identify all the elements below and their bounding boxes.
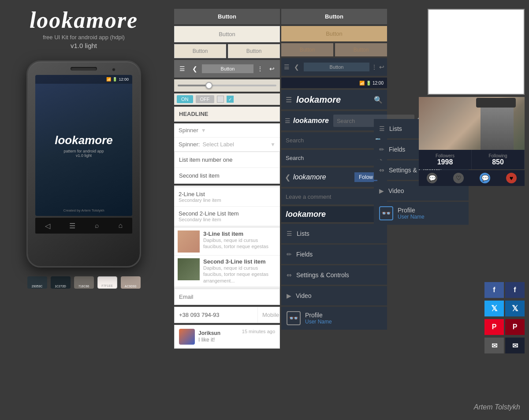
light-button[interactable]: Button xyxy=(174,26,280,42)
comment-input-field[interactable] xyxy=(286,193,377,200)
overflow-icon[interactable]: ⋮ xyxy=(255,63,265,74)
dark-status-bar: 📶 🔋 12:00 xyxy=(281,78,387,88)
twitter-btn-dark[interactable]: 𝕏 xyxy=(505,301,525,316)
mail-btn-light[interactable]: ✉ xyxy=(484,338,504,353)
twitter-btn-light[interactable]: 𝕏 xyxy=(484,301,504,316)
dark-search-input-3[interactable] xyxy=(286,155,375,161)
dark-battery-icon: 🔋 xyxy=(366,81,371,85)
primary-button[interactable]: Button xyxy=(174,9,280,24)
facebook-btn-dark[interactable]: f xyxy=(505,282,525,298)
social-row-twitter: 𝕏 𝕏 xyxy=(484,301,525,316)
dark-button-row-2: Button xyxy=(281,26,387,41)
left-panel: lookamore free UI Kit for android app (h… xyxy=(0,0,168,420)
two-line-secondary-1: Secondary line item xyxy=(179,197,276,203)
toggle-off[interactable]: OFF xyxy=(196,95,214,103)
return-icon[interactable]: ↩ xyxy=(267,63,277,74)
three-line-desc-2: Dapibus, neque id cursus faucibus, torto… xyxy=(203,265,276,284)
dark-nav-profile[interactable]: 👓 Profile User Name xyxy=(281,307,387,330)
spinner-row-2[interactable]: Spinner: Select Label ▼ xyxy=(174,138,280,152)
swatch-3: 716C66 xyxy=(74,276,94,289)
social-row-pinterest: P P xyxy=(484,319,525,335)
menu-icon[interactable]: ☰ xyxy=(177,63,188,74)
dark-toolbar-menu-icon[interactable]: ☰ xyxy=(286,96,292,104)
back-icon[interactable]: ◁ xyxy=(45,222,50,230)
dark-nav-fields[interactable]: ✏ Fields xyxy=(281,245,387,264)
comment-bubble-icon[interactable]: 💬 xyxy=(427,173,437,183)
slider-container xyxy=(174,79,280,92)
follow-toolbar: ❮ lookamore Folow ⎋ xyxy=(281,167,387,187)
dark-toolbar-search-icon[interactable]: 🔍 xyxy=(374,96,383,104)
dark-light-button[interactable]: Button xyxy=(281,26,387,41)
checkbox-checked[interactable]: ✓ xyxy=(227,96,234,103)
dark-nav-video[interactable]: ▶ Video xyxy=(281,286,387,305)
profile-text-area: Profile User Name xyxy=(305,312,332,325)
dark-small-button-1[interactable]: Button xyxy=(281,43,333,56)
phone-nav-bar: ◁ ☰ ⌕ ⌂ xyxy=(35,218,132,234)
phone-screen: 📶 🔋 12:00 lookamore pattern for android … xyxy=(35,75,132,216)
social-row-facebook: f f xyxy=(484,282,525,298)
dark-nav-lists[interactable]: ☰ Lists xyxy=(281,224,387,243)
dark-button-row-1: Button xyxy=(281,9,387,24)
dark-action-button[interactable]: Button xyxy=(304,63,369,71)
dark-primary-button[interactable]: Button xyxy=(281,9,387,24)
three-line-item-2[interactable]: Second 3-Line list item Dapibus, neque i… xyxy=(174,256,280,287)
list-item-2[interactable]: Second list item xyxy=(175,168,279,183)
facebook-icon-dark: f xyxy=(514,286,516,294)
dark-wifi-icon: 📶 xyxy=(359,81,365,85)
credit-text: Artem Tolstykh xyxy=(474,403,520,411)
facebook-btn-light[interactable]: f xyxy=(484,282,504,298)
comment-time: 15 minutes ago xyxy=(242,329,275,334)
heart-filled-icon[interactable]: ♥ xyxy=(506,173,517,183)
toggle-on[interactable]: ON xyxy=(177,95,193,103)
brand-version: v1.0 light xyxy=(30,42,138,49)
reply-icon[interactable]: 💬 xyxy=(480,173,490,183)
pinterest-btn-dark[interactable]: P xyxy=(505,319,525,335)
heart-icon[interactable]: ♡ xyxy=(453,173,464,183)
dark-action-bar: ☰ ❮ Button ⋮ ↩ xyxy=(281,58,387,76)
phone-number-input[interactable] xyxy=(175,307,257,323)
settings-icon: ⇔ xyxy=(287,271,292,279)
dark-button-row-3: Button Button xyxy=(281,43,387,56)
lists-icon: ☰ xyxy=(287,230,292,237)
dark-menu-icon[interactable]: ☰ xyxy=(284,63,290,71)
follow-back-icon[interactable]: ❮ xyxy=(285,173,291,182)
dark-search-bar-2: 🔍 xyxy=(281,150,387,166)
two-line-item-2[interactable]: Second 2-Line List Item Secondary line i… xyxy=(174,207,280,226)
follow-logo-text: lookamore xyxy=(293,173,352,181)
two-line-primary-1: 2-Line List xyxy=(179,191,276,197)
wifi-icon: 📶 xyxy=(106,77,111,82)
email-field[interactable] xyxy=(174,289,280,305)
dark-toolbar-search-menu[interactable]: ☰ xyxy=(285,117,291,124)
dark-search-input-2[interactable] xyxy=(286,137,375,144)
small-button-1[interactable]: Button xyxy=(174,44,226,58)
spinner-select[interactable]: Select Label xyxy=(202,141,234,148)
profile-text-area-2: Profile User Name xyxy=(398,207,425,220)
dark-nav-settings[interactable]: ⇔ Settings & Controls xyxy=(281,265,387,285)
video-icon: ▶ xyxy=(287,292,291,299)
three-line-item-1[interactable]: 3-Line list item Dapibus, neque id cursu… xyxy=(174,228,280,256)
dark-overflow-icon[interactable]: ⋮ xyxy=(371,63,377,71)
video-label-2: Video xyxy=(388,187,463,194)
phone-body: 📶 🔋 12:00 lookamore pattern for android … xyxy=(26,60,141,268)
back-icon[interactable]: ❮ xyxy=(190,63,200,74)
pinterest-btn-light[interactable]: P xyxy=(484,319,504,335)
dark-return-icon[interactable]: ↩ xyxy=(379,63,384,71)
list-item-1[interactable]: List item number one xyxy=(175,152,279,168)
dark-toolbar-logo-text: lookamore xyxy=(296,95,374,105)
dark-back-icon[interactable]: ❮ xyxy=(291,62,302,72)
mail-btn-dark[interactable]: ✉ xyxy=(505,338,525,353)
dark-nav-profile-2[interactable]: 👓 Profile User Name xyxy=(374,202,469,225)
two-line-item-1[interactable]: 2-Line List Secondary line item xyxy=(174,187,280,207)
action-bar-button[interactable]: Button xyxy=(202,64,253,73)
settings-label: Settings & Controls xyxy=(296,271,382,279)
checkbox-unchecked[interactable] xyxy=(217,96,224,103)
search-icon[interactable]: ⌕ xyxy=(95,222,99,230)
home-icon[interactable]: ☰ xyxy=(69,222,75,230)
logo-area: lookamore free UI Kit for android app (h… xyxy=(30,9,138,49)
photo-card: Followers 1998 Following 850 💬 ♡ 💬 ♥ xyxy=(419,97,525,186)
menu-icon[interactable]: ⌂ xyxy=(119,222,123,230)
slider-thumb[interactable] xyxy=(205,82,212,89)
profile-name: Profile xyxy=(305,312,332,319)
dark-small-button-2[interactable]: Button xyxy=(335,43,387,56)
small-button-2[interactable]: Button xyxy=(228,44,280,58)
